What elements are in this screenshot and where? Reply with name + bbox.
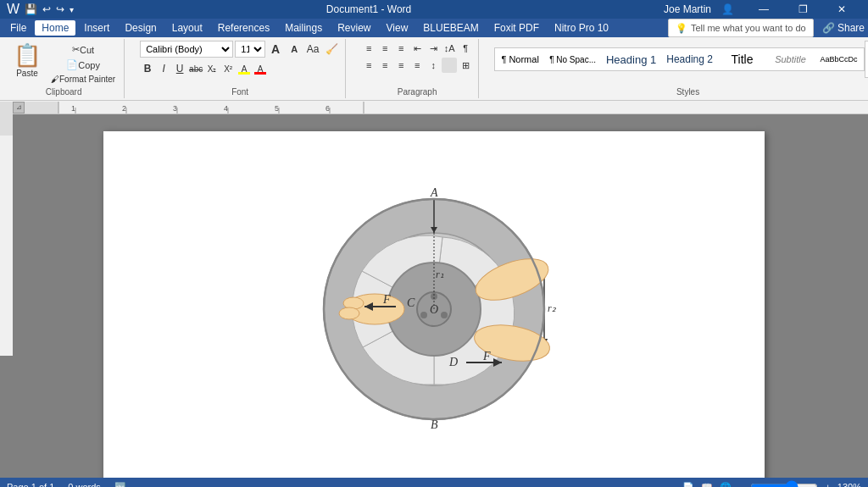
change-case-btn[interactable]: Aa xyxy=(304,41,321,58)
styles-label: Styles xyxy=(494,86,868,97)
menu-bluebeam[interactable]: BLUEBEAM xyxy=(416,20,485,36)
borders-btn[interactable]: ⊞ xyxy=(458,58,473,73)
svg-text:4: 4 xyxy=(224,104,228,113)
vertical-ruler xyxy=(0,114,13,356)
shading-btn[interactable] xyxy=(442,58,457,73)
justify-btn[interactable]: ≡ xyxy=(409,58,425,73)
format-painter-btn[interactable]: 🖌 Format Painter xyxy=(47,73,119,86)
title-bar: W 💾 ↩ ↪ ▾ Document1 - Word Joe Martin 👤 … xyxy=(0,0,868,19)
line-spacing-btn[interactable]: ↕ xyxy=(426,58,441,73)
close-btn[interactable]: ✕ xyxy=(822,0,861,19)
window-controls: — ❐ ✕ xyxy=(744,0,861,19)
cut-btn[interactable]: ✂ Cut xyxy=(47,42,119,57)
paste-label: Paste xyxy=(16,69,38,78)
username: Joe Martin xyxy=(664,3,711,15)
svg-rect-0 xyxy=(25,102,868,113)
menu-review[interactable]: Review xyxy=(331,20,377,36)
style-nospace[interactable]: ¶ No Spac... xyxy=(545,53,600,67)
strikethrough-btn[interactable]: abc xyxy=(188,61,203,76)
menu-home[interactable]: Home xyxy=(35,20,75,36)
menu-design[interactable]: Design xyxy=(118,20,163,36)
underline-btn[interactable]: U xyxy=(172,61,187,76)
paragraph-label: Paragraph xyxy=(361,86,473,97)
svg-text:F: F xyxy=(482,350,491,362)
grow-font-btn[interactable]: A xyxy=(267,41,284,58)
clipboard-label: Clipboard xyxy=(8,86,119,97)
quick-save[interactable]: 💾 xyxy=(25,3,37,15)
superscript-btn[interactable]: X² xyxy=(220,61,236,76)
menu-file[interactable]: File xyxy=(3,20,33,36)
svg-text:r₂: r₂ xyxy=(548,302,557,314)
word-count: 0 words xyxy=(68,482,101,488)
menu-nitro[interactable]: Nitro Pro 10 xyxy=(548,20,615,36)
menu-foxit[interactable]: Foxit PDF xyxy=(487,20,546,36)
font-color-btn[interactable]: A xyxy=(253,61,268,76)
svg-text:A: A xyxy=(430,186,438,199)
svg-text:B: B xyxy=(431,418,438,431)
sort-btn[interactable]: ↕A xyxy=(442,41,457,56)
font-name-select[interactable]: Calibri (Body) xyxy=(140,41,233,58)
text-highlight-btn[interactable]: A xyxy=(236,61,252,76)
wheel-diagram: O A B F C r xyxy=(298,178,570,440)
view-web-btn[interactable]: 🌐 xyxy=(720,482,732,488)
font-size-select[interactable]: 11 xyxy=(235,41,265,58)
styles-gallery: ¶ Normal ¶ No Spac... Heading 1 Heading … xyxy=(494,47,865,71)
page-count: Page 1 of 1 xyxy=(7,482,54,488)
increase-indent-btn[interactable]: ⇥ xyxy=(426,41,441,56)
lightbulb-icon: 💡 xyxy=(676,23,687,34)
svg-text:3: 3 xyxy=(173,104,177,113)
align-right-btn[interactable]: ≡ xyxy=(393,58,409,73)
zoom-level: 130% xyxy=(837,482,861,487)
restore-btn[interactable]: ❐ xyxy=(783,0,822,19)
menu-references[interactable]: References xyxy=(211,20,276,36)
ruler-corner[interactable]: ⊿ xyxy=(13,102,25,113)
clipboard-group: 📋 Paste ✂ Cut 📄 Copy 🖌 Format Painter xyxy=(3,39,125,98)
menu-bar: File Home Insert Design Layout Reference… xyxy=(0,19,868,37)
copy-btn[interactable]: 📄 Copy xyxy=(47,58,119,72)
numbering-btn[interactable]: ≡ xyxy=(377,41,392,56)
decrease-indent-btn[interactable]: ⇤ xyxy=(409,41,425,56)
view-read-btn[interactable]: 📖 xyxy=(701,482,713,488)
menu-mailings[interactable]: Mailings xyxy=(278,20,329,36)
zoom-in-btn[interactable]: + xyxy=(825,482,830,487)
shrink-font-btn[interactable]: A xyxy=(286,41,303,58)
paragraph-group: ≡ ≡ ≡ ⇤ ⇥ ↕A ¶ ≡ ≡ ≡ ≡ ↕ ⊞ Paragraph xyxy=(356,39,479,98)
redo-btn[interactable]: ↪ xyxy=(56,3,64,15)
bold-btn[interactable]: B xyxy=(140,61,155,76)
paste-icon: 📋 xyxy=(14,42,41,69)
word-icon: W xyxy=(7,2,19,17)
tell-me-input[interactable]: 💡 Tell me what you want to do xyxy=(668,19,814,37)
style-aabbcc[interactable]: AaBbCcDc xyxy=(815,53,862,66)
show-marks-btn[interactable]: ¶ xyxy=(458,41,473,56)
format-painter-label: Format Painter xyxy=(59,75,115,84)
menu-layout[interactable]: Layout xyxy=(165,20,209,36)
bullets-btn[interactable]: ≡ xyxy=(361,41,376,56)
minimize-btn[interactable]: — xyxy=(744,0,783,19)
multilevel-btn[interactable]: ≡ xyxy=(393,41,409,56)
zoom-out-btn[interactable]: − xyxy=(738,482,743,487)
align-center-btn[interactable]: ≡ xyxy=(377,58,392,73)
italic-btn[interactable]: I xyxy=(156,61,171,76)
menu-view[interactable]: View xyxy=(380,20,415,36)
svg-text:5: 5 xyxy=(275,104,279,113)
style-h1[interactable]: Heading 1 xyxy=(602,51,660,69)
view-print-btn[interactable]: 📄 xyxy=(682,482,694,488)
undo-btn[interactable]: ↩ xyxy=(42,3,51,15)
title-bar-right: Joe Martin 👤 — ❐ ✕ xyxy=(664,0,861,19)
document-title: Document1 - Word xyxy=(74,3,664,15)
menu-insert[interactable]: Insert xyxy=(77,20,116,36)
subscript-btn[interactable]: X₂ xyxy=(204,61,220,76)
paste-btn[interactable]: 📋 Paste xyxy=(8,41,46,86)
zoom-slider[interactable] xyxy=(750,480,818,487)
align-left-btn[interactable]: ≡ xyxy=(361,58,376,73)
style-subtitle[interactable]: Subtitle xyxy=(767,52,814,67)
share-btn[interactable]: 🔗 Share xyxy=(822,22,865,34)
style-h2[interactable]: Heading 2 xyxy=(662,51,717,68)
document-page: O A B F C r xyxy=(103,131,765,478)
tell-me-text[interactable]: Tell me what you want to do xyxy=(691,23,806,33)
style-title[interactable]: Title xyxy=(719,50,765,69)
svg-rect-16 xyxy=(0,114,13,356)
style-normal[interactable]: ¶ Normal xyxy=(497,52,543,67)
clear-format-btn[interactable]: 🧹 xyxy=(323,41,340,58)
cut-icon: ✂ xyxy=(72,44,80,55)
